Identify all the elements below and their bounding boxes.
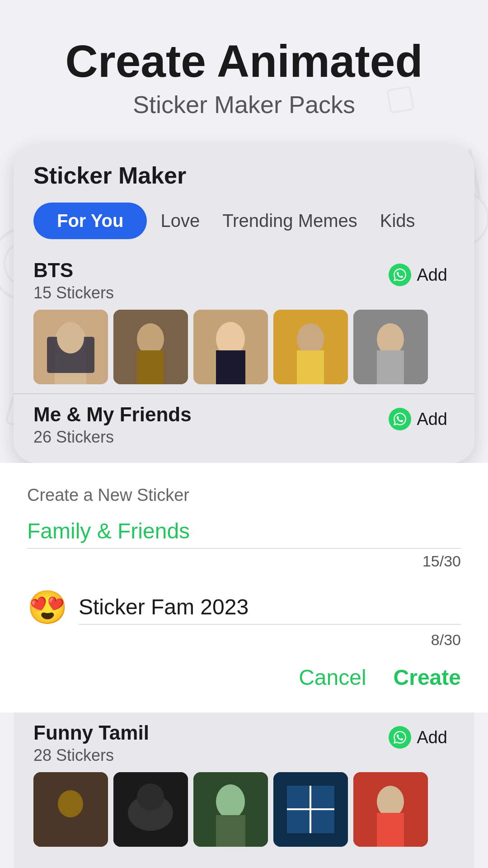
svg-point-13: [57, 322, 84, 354]
sticker-pack-bts: BTS 15 Stickers Add: [14, 250, 474, 393]
pack-name-bts: BTS: [33, 259, 114, 282]
sticker-images-tamil: [33, 772, 455, 847]
sticker-thumb-t3[interactable]: [193, 772, 268, 847]
phone-card-top: Sticker Maker For You Love Trending Meme…: [14, 146, 474, 463]
phone-header: Sticker Maker: [14, 146, 474, 198]
pack-count-tamil: 28 Stickers: [33, 746, 149, 765]
pack-name-tamil: Funny Tamil: [33, 722, 149, 744]
add-button-friends[interactable]: Add: [381, 403, 455, 435]
pack-header-bts: BTS 15 Stickers Add: [33, 259, 455, 302]
add-button-tamil[interactable]: Add: [381, 722, 455, 753]
sticker-images-bts: [33, 310, 455, 384]
pack-name-input[interactable]: [27, 514, 461, 549]
tab-kids[interactable]: Kids: [380, 211, 415, 231]
sticker-name-row: 😍: [27, 588, 461, 627]
add-label-tamil: Add: [417, 728, 447, 747]
svg-rect-19: [216, 350, 245, 384]
svg-point-24: [377, 323, 404, 355]
sticker-pack-tamil: Funny Tamil 28 Stickers Add: [14, 712, 474, 856]
sticker-pack-friends: Me & My Friends 26 Stickers Add: [14, 394, 474, 463]
sticker-thumb-1[interactable]: [33, 310, 108, 384]
pack-header-friends: Me & My Friends 26 Stickers Add: [33, 403, 455, 447]
add-button-bts[interactable]: Add: [381, 259, 455, 291]
header-subtitle: Sticker Maker Packs: [18, 90, 470, 118]
pack-count-bts: 15 Stickers: [33, 283, 114, 302]
add-label-friends: Add: [417, 410, 447, 429]
pack-count-friends: 26 Stickers: [33, 428, 192, 447]
svg-rect-33: [216, 815, 245, 847]
svg-point-39: [377, 786, 404, 817]
svg-point-15: [137, 323, 164, 355]
tab-trending[interactable]: Trending Memes: [222, 211, 357, 231]
whatsapp-icon-bts: [389, 264, 411, 286]
sticker-thumb-t2[interactable]: [113, 772, 188, 847]
create-button[interactable]: Create: [394, 665, 461, 690]
sticker-thumb-4[interactable]: [273, 310, 348, 384]
page-header: Create Animated Sticker Maker Packs: [0, 27, 488, 132]
app-title: Sticker Maker: [33, 162, 455, 189]
tab-for-you[interactable]: For You: [33, 203, 147, 239]
svg-rect-40: [377, 813, 404, 847]
svg-rect-25: [377, 350, 404, 384]
create-label: Create a New Sticker: [27, 486, 461, 505]
pack-info-friends: Me & My Friends 26 Stickers: [33, 403, 192, 447]
sticker-thumb-t1[interactable]: [33, 772, 108, 847]
whatsapp-icon-tamil: [389, 726, 411, 749]
add-label-bts: Add: [417, 265, 447, 285]
svg-point-21: [297, 323, 324, 355]
pack-info-bts: BTS 15 Stickers: [33, 259, 114, 302]
char-count-1: 15/30: [27, 552, 461, 570]
action-buttons: Cancel Create: [27, 665, 461, 690]
sticker-name-input[interactable]: [79, 590, 461, 625]
tab-love[interactable]: Love: [160, 211, 200, 231]
pack-info-tamil: Funny Tamil 28 Stickers: [33, 722, 149, 765]
header-title: Create Animated: [18, 36, 470, 86]
svg-rect-22: [297, 350, 324, 384]
bottom-nav-area: [14, 856, 474, 868]
char-count-2: 8/30: [27, 631, 461, 649]
whatsapp-icon-friends: [389, 408, 411, 430]
phone-card-bottom: Funny Tamil 28 Stickers Add: [14, 712, 474, 868]
pack-header-tamil: Funny Tamil 28 Stickers Add: [33, 722, 455, 765]
sticker-thumb-t5[interactable]: [353, 772, 428, 847]
pack-name-friends: Me & My Friends: [33, 403, 192, 426]
cancel-button[interactable]: Cancel: [299, 665, 366, 690]
category-tabs: For You Love Trending Memes Kids: [14, 198, 474, 250]
create-sticker-panel: Create a New Sticker 15/30 😍 8/30 Cancel…: [0, 463, 488, 712]
sticker-thumb-5[interactable]: [353, 310, 428, 384]
svg-rect-16: [137, 350, 164, 384]
svg-point-32: [216, 784, 245, 819]
sticker-thumb-2[interactable]: [113, 310, 188, 384]
sticker-thumb-t4[interactable]: [273, 772, 348, 847]
svg-point-30: [137, 783, 164, 811]
sticker-emoji: 😍: [27, 588, 68, 627]
svg-point-27: [58, 790, 83, 817]
sticker-thumb-3[interactable]: [193, 310, 268, 384]
